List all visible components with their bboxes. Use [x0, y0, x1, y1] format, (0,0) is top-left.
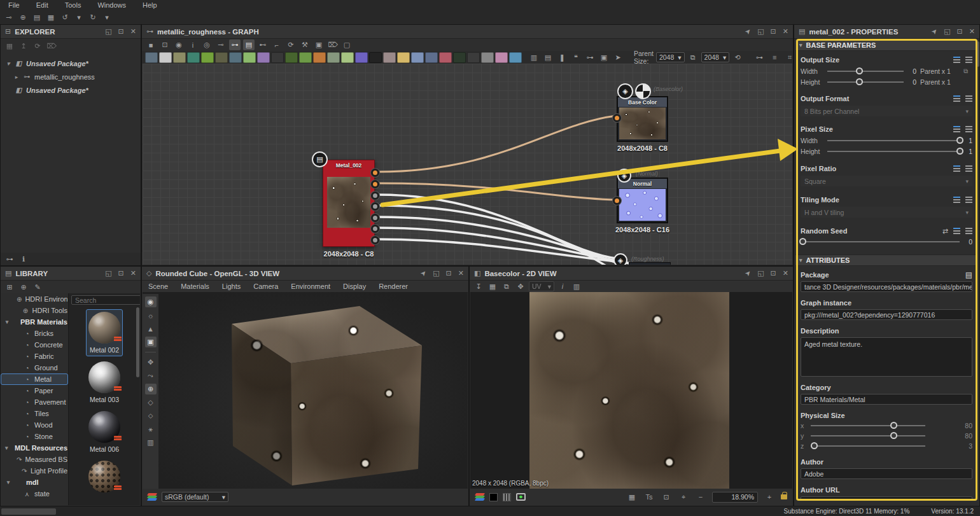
material-thumbnail[interactable]: Metal 006 — [86, 408, 123, 456]
dot-node-icon[interactable]: ⊶ — [584, 52, 596, 63]
rotate-gizmo-icon[interactable]: ◇ — [145, 397, 157, 408]
checker-background-icon[interactable] — [503, 493, 511, 501]
package-field[interactable]: tance 3D Designer/resources/packages/mat… — [801, 281, 972, 292]
output-pin-metallic[interactable] — [371, 202, 379, 211]
library-category[interactable]: ◔ Bricks — [1, 328, 68, 339]
frame-node-icon[interactable]: ▣ — [598, 52, 610, 63]
reset-size-icon[interactable]: ⟲ — [732, 52, 743, 63]
preset-icon[interactable] — [965, 197, 972, 203]
hierarchy-icon[interactable]: ⊶ — [4, 254, 15, 265]
clean-icon[interactable]: ⌦ — [46, 41, 57, 52]
view3d-menu-item[interactable]: Environment — [284, 281, 337, 291]
function-icon[interactable] — [953, 228, 960, 234]
graph-instance-field[interactable]: pkg:///metal_002?dependency=1290777016 — [801, 309, 972, 320]
comment-icon[interactable]: ❝ — [570, 52, 582, 63]
atomic-node-button[interactable] — [439, 52, 452, 63]
atomic-node-button[interactable] — [411, 52, 424, 63]
width-multiplier[interactable]: Parent x 1 — [920, 67, 960, 75]
atomic-node-button[interactable] — [271, 52, 284, 63]
random-seed-slider[interactable] — [801, 241, 960, 242]
view2d-canvas[interactable]: 2048 x 2048 (RGBA, 8bpc) — [470, 292, 792, 489]
shuffle-icon[interactable]: ⇄ — [942, 227, 948, 235]
export-icon[interactable]: ↥ — [18, 41, 29, 52]
atomic-node-button[interactable] — [299, 52, 312, 63]
search-input[interactable] — [71, 295, 140, 305]
atomic-node-button[interactable] — [215, 52, 228, 63]
float-icon[interactable]: ◱ — [105, 27, 111, 36]
close-icon[interactable]: ✕ — [458, 269, 464, 277]
transform-icon[interactable]: ✥ — [515, 281, 526, 292]
library-category[interactable]: ◔ Tiles — [1, 408, 68, 419]
close-icon[interactable]: ✕ — [783, 269, 788, 277]
color-profile-icon[interactable] — [148, 493, 157, 501]
add-folder-icon[interactable]: ⊞ — [4, 282, 15, 293]
library-category[interactable]: ◔ Pavement — [1, 396, 68, 408]
info-icon[interactable]: i — [557, 281, 568, 292]
view3d-menu-item[interactable]: Camera — [247, 281, 284, 291]
menu-item[interactable]: Edit — [28, 0, 57, 10]
browse-folder-icon[interactable]: ▤ — [965, 270, 972, 279]
save-icon[interactable]: ▦ — [487, 281, 498, 292]
float-icon[interactable]: ◱ — [433, 269, 439, 277]
physical-z-slider[interactable] — [811, 445, 925, 447]
tiling-mode-select[interactable]: H and V tiling ▾ — [801, 207, 972, 218]
output-pin-ao[interactable] — [371, 225, 379, 233]
stats-icon[interactable]: ▥ — [145, 437, 157, 448]
pan-icon[interactable]: ✥ — [145, 357, 157, 368]
node-roughness-partial[interactable]: ◈ (Roughness) — [613, 253, 671, 265]
link-route-icon[interactable]: ⌐ — [271, 39, 283, 50]
material-thumbnail[interactable] — [86, 458, 123, 505]
function-icon[interactable] — [953, 126, 960, 132]
library-category[interactable]: ◔ Metal — [1, 373, 68, 385]
abort-icon[interactable]: ■ — [145, 39, 157, 50]
background-swatch[interactable] — [489, 493, 498, 501]
pin-icon[interactable]: ➤ — [930, 27, 940, 36]
output-width-slider[interactable] — [827, 71, 904, 72]
output-pin-extra[interactable] — [371, 236, 379, 244]
library-category[interactable]: ▾ MDL Resources — [1, 442, 68, 454]
node-metal-002[interactable]: Metal_002 ▤ 2048x2048 - C8 — [323, 160, 375, 247]
menu-item[interactable]: Help — [134, 0, 165, 10]
maximize-icon[interactable]: ⊡ — [118, 27, 124, 36]
input-pin[interactable] — [613, 114, 621, 122]
section-attributes[interactable]: ▾ ATTRIBUTES — [795, 255, 977, 266]
atomic-node-button[interactable] — [145, 52, 158, 63]
zoom-icon[interactable]: ◎ — [201, 39, 213, 50]
close-icon[interactable]: ✕ — [130, 269, 136, 277]
physical-x-slider[interactable] — [811, 425, 925, 426]
secondary-size-select[interactable]: 2048▾ — [701, 52, 730, 62]
zoom-field[interactable]: 18.90% — [712, 492, 758, 503]
zoom-out-icon[interactable]: − — [695, 492, 706, 503]
environment-icon[interactable]: ▲ — [145, 323, 157, 334]
redo-icon[interactable]: ↻ — [87, 12, 99, 23]
undo-icon[interactable]: ↺ — [59, 12, 71, 23]
atomic-node-button[interactable] — [243, 52, 256, 63]
close-icon[interactable]: ✕ — [130, 27, 136, 36]
node-normal[interactable]: Normal ◈ (Normal) 2048x2048 - C16 — [617, 178, 668, 223]
library-category[interactable]: ⊕ HDRI Environ... — [1, 293, 68, 305]
atomic-node-button[interactable] — [495, 52, 508, 63]
colorspace-select[interactable]: sRGB (default)▾ — [162, 492, 228, 502]
list-icon[interactable]: ≡ — [769, 52, 780, 63]
lock-zoom-icon[interactable] — [781, 494, 787, 499]
float-icon[interactable]: ◱ — [757, 269, 764, 277]
menu-item[interactable]: File — [0, 0, 28, 10]
preset-icon[interactable] — [965, 57, 972, 63]
texel-density-icon[interactable]: Ts — [643, 492, 655, 503]
close-icon[interactable]: ✕ — [783, 27, 788, 36]
info-icon[interactable]: i — [187, 39, 199, 50]
view3d-menu-item[interactable]: Display — [337, 281, 372, 291]
material-thumbnail[interactable]: Metal 002 — [86, 309, 123, 356]
output-pin-height[interactable] — [371, 214, 379, 222]
atomic-node-button[interactable] — [481, 52, 494, 63]
close-icon[interactable]: ✕ — [969, 27, 975, 36]
auto-layout-icon[interactable]: ▤ — [243, 39, 255, 50]
maximize-icon[interactable]: ⊡ — [771, 269, 776, 277]
pin-icon[interactable]: ➤ — [743, 268, 753, 278]
thumbnail-camera-icon[interactable]: ◉ — [173, 39, 185, 50]
explorer-tree-item[interactable]: ▸ ⊶ metallic_roughness — [1, 70, 141, 83]
physical-y-slider[interactable] — [811, 435, 925, 436]
light-icon[interactable]: ☼ — [145, 310, 157, 321]
link-mode-icon[interactable]: ⊸ — [215, 39, 227, 50]
atomic-node-button[interactable] — [453, 52, 466, 63]
